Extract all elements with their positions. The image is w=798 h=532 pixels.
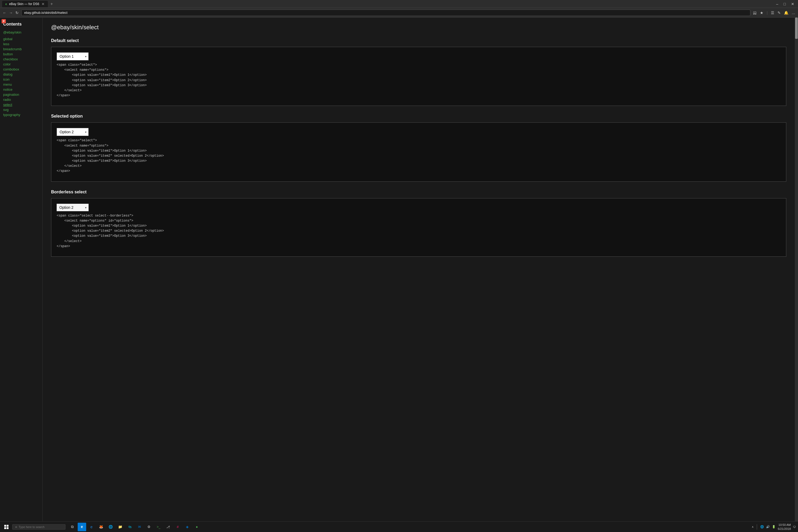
section-borderless-select: Borderless selectOption 1Option 2Option … [51,190,786,257]
taskbar-app-icons: ⧉ e e 🦊 🌐 📁 🛍 ✉ ⚙ >_ ⎇ [68,523,201,531]
browser-logo: P [2,19,6,23]
sidebar-section-label[interactable]: @ebay/skin [3,30,39,34]
svg-rect-2 [4,527,6,529]
sidebar-item-breadcrumb[interactable]: breadcrumb [3,46,39,52]
sections-container: Default selectOption 1Option 2Option 3▾<… [51,38,786,257]
tray-network[interactable]: 🌐 [760,525,764,529]
sidebar-item-less[interactable]: less [3,41,39,46]
demo-box-2: Option 1Option 2Option 3▾<span class="se… [51,198,786,257]
explorer-icon[interactable]: 📁 [116,523,125,531]
other-icon[interactable]: ● [193,523,201,531]
scroll-thumb[interactable] [795,18,798,39]
git-icon[interactable]: ⎇ [164,523,172,531]
section-default-select: Default selectOption 1Option 2Option 3▾<… [51,38,786,106]
section-selected-option: Selected optionOption 1Option 2Option 3▾… [51,114,786,182]
sidebar-item-global[interactable]: global [3,36,39,41]
sidebar-item-dialog[interactable]: dialog [3,72,39,77]
section-title-1: Selected option [51,114,786,119]
task-view-button[interactable]: ⧉ [68,523,77,531]
browser-toolbar-icons: 🕮 ★ | ☰ ✎ 🔔 … [753,11,795,15]
close-button[interactable]: ✕ [790,2,796,6]
main-layout: P Contents @ebay/skin globallessbreadcru… [0,18,798,521]
back-button[interactable]: ← [3,11,6,15]
edge-icon[interactable]: e [78,523,86,531]
reload-button[interactable]: ↻ [15,11,19,15]
search-input[interactable] [19,525,61,529]
sidebar-item-color[interactable]: color [3,62,39,67]
demo-box-1: Option 1Option 2Option 3▾<span class="se… [51,122,786,182]
tab-title: eBay Skin — for DS6 [9,2,39,6]
svg-rect-1 [7,525,8,527]
ie-icon[interactable]: e [87,523,96,531]
title-bar: e eBay Skin — for DS6 ✕ + – □ ✕ [0,0,798,8]
page-title: @ebay/skin/select [51,24,786,31]
select-wrapper-2: Option 1Option 2Option 3▾ [57,204,89,211]
sidebar-item-checkbox[interactable]: checkbox [3,57,39,62]
sidebar-item-pagination[interactable]: pagination [3,92,39,97]
address-bar: ← → ↻ ebay.github.io/skin/ds6/#select 🕮 … [0,8,798,18]
start-button[interactable] [2,523,11,531]
scrollbar[interactable] [795,18,798,521]
sidebar-item-notice[interactable]: notice [3,87,39,92]
system-tray: ∧ 🌐 🔊 🔋 10:50 AM 6/21/2018 🗨 [752,523,796,531]
code-block-0: <span class="select"> <select name="opti… [57,60,781,100]
sidebar-item-combobox[interactable]: combobox [3,67,39,72]
taskbar-search-box[interactable]: ○ [12,524,65,530]
sidebar-item-button[interactable]: button [3,52,39,57]
new-tab-button[interactable]: + [49,2,55,6]
sidebar-item-svg[interactable]: svg [3,107,39,112]
system-clock[interactable]: 10:50 AM 6/21/2018 [778,523,791,531]
firefox-icon[interactable]: 🦊 [97,523,105,531]
settings-icon[interactable]: ⚙ [145,523,153,531]
content-area: @ebay/skin/select Default selectOption 1… [42,18,795,521]
svg-rect-3 [7,527,8,529]
section-title-0: Default select [51,38,786,43]
terminal-icon[interactable]: >_ [154,523,163,531]
clock-time: 10:50 AM [778,523,791,527]
select-wrapper-0: Option 1Option 2Option 3▾ [57,52,89,60]
vscode-icon[interactable]: ◈ [183,523,191,531]
sidebar-item-menu[interactable]: menu [3,82,39,87]
section-title-2: Borderless select [51,190,786,194]
code-block-2: <span class="select select--borderless">… [57,211,781,251]
maximize-button[interactable]: □ [782,2,787,6]
code-block-1: <span class="select"> <select name="opti… [57,136,781,176]
minimize-button[interactable]: – [775,2,780,6]
reader-icon[interactable]: 🕮 [753,11,757,15]
tab-logo: e [5,2,7,5]
forward-button[interactable]: → [9,11,13,15]
url-input[interactable]: ebay.github.io/skin/ds6/#select [21,10,750,16]
window-controls: – □ ✕ [775,2,796,6]
select-control-0[interactable]: Option 1Option 2Option 3 [57,52,89,60]
taskbar: ○ ⧉ e e 🦊 🌐 📁 🛍 ✉ ⚙ >_ [0,521,798,532]
tray-battery[interactable]: 🔋 [772,525,776,529]
more-icon[interactable]: … [792,11,795,15]
clock-date: 6/21/2018 [778,527,791,531]
sidebar-item-icon[interactable]: icon [3,77,39,82]
sidebar-item-radio[interactable]: radio [3,97,39,102]
favorites-icon[interactable]: ★ [760,11,763,15]
tray-divider [757,524,757,530]
mail-icon[interactable]: ✉ [135,523,144,531]
tab-close-button[interactable]: ✕ [41,2,45,6]
select-control-1[interactable]: Option 1Option 2Option 3 [57,128,89,136]
tray-expand[interactable]: ∧ [752,525,754,528]
notifications-tray-icon[interactable]: 🗨 [793,525,796,529]
sidebar: Contents @ebay/skin globallessbreadcrumb… [0,18,42,521]
tray-sound[interactable]: 🔊 [766,525,770,529]
svg-rect-0 [4,525,6,527]
select-control-2[interactable]: Option 1Option 2Option 3 [57,204,89,211]
notifications-icon[interactable]: 🔔 [784,11,788,15]
select-wrapper-1: Option 1Option 2Option 3▾ [57,128,89,136]
slack-icon[interactable]: # [173,523,182,531]
notes-icon[interactable]: ✎ [778,11,781,15]
tab-bar: e eBay Skin — for DS6 ✕ + [2,1,55,7]
store-icon[interactable]: 🛍 [126,523,134,531]
sidebar-items: globallessbreadcrumbbuttoncheckboxcolorc… [3,36,39,117]
hub-icon[interactable]: ☰ [771,11,774,15]
sidebar-title: Contents [3,22,39,26]
chrome-icon[interactable]: 🌐 [107,523,115,531]
sidebar-item-select[interactable]: select [3,102,39,107]
sidebar-item-typography[interactable]: typography [3,112,39,117]
active-tab[interactable]: e eBay Skin — for DS6 ✕ [2,1,48,7]
